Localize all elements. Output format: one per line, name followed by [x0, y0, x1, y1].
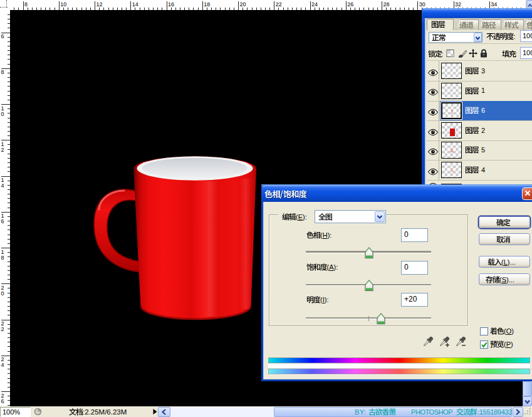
svg-text:34: 34: [491, 1, 497, 8]
svg-text:20: 20: [240, 1, 246, 8]
svg-text:16: 16: [168, 1, 174, 8]
svg-text:6: 6: [1, 398, 4, 404]
svg-text:0: 0: [1, 290, 4, 297]
svg-text:10: 10: [60, 1, 66, 8]
svg-text:4: 4: [1, 362, 4, 368]
svg-text:2: 2: [1, 326, 4, 332]
svg-text:24: 24: [311, 1, 318, 8]
svg-text:4: 4: [1, 182, 4, 189]
svg-text:2: 2: [1, 147, 4, 153]
svg-text:32: 32: [455, 1, 461, 8]
svg-text:30: 30: [419, 1, 425, 8]
svg-text:18: 18: [204, 1, 210, 8]
svg-text:0: 0: [1, 111, 4, 117]
svg-text:6: 6: [1, 33, 4, 40]
svg-text:12: 12: [96, 1, 103, 8]
svg-text:8: 8: [1, 69, 4, 75]
svg-text:14: 14: [132, 1, 138, 8]
svg-text:8: 8: [1, 255, 4, 261]
svg-text:22: 22: [276, 1, 282, 8]
svg-text:26: 26: [347, 1, 353, 8]
svg-text:6: 6: [1, 218, 4, 224]
svg-text:28: 28: [383, 1, 390, 8]
svg-text:8: 8: [24, 1, 28, 8]
